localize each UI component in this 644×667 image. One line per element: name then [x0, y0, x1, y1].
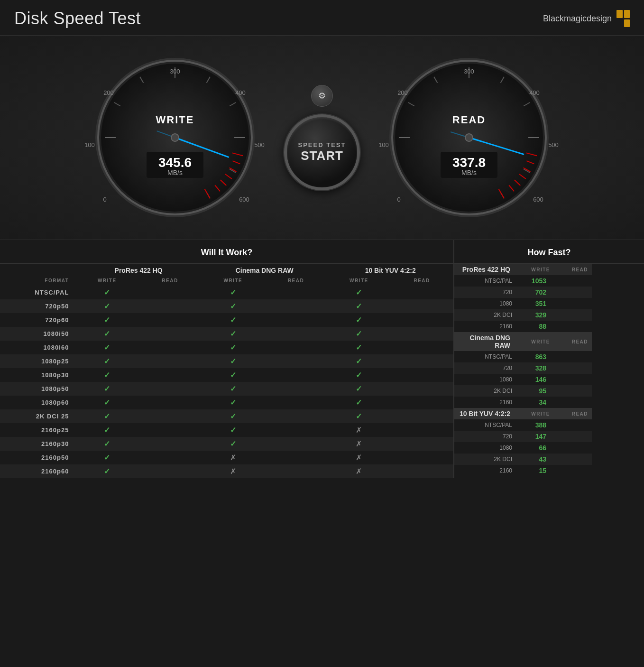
read-label-100: 100 [378, 141, 389, 148]
list-item: 216034 [454, 397, 644, 408]
list-item: NTSC/PAL388 [454, 419, 644, 431]
check-icon: ✓ [104, 398, 110, 407]
gauge-label-600: 600 [239, 196, 249, 203]
settings-button[interactable]: ⚙ [311, 85, 333, 107]
check-icon: ✓ [104, 467, 110, 475]
brand-logo: Blackmagicdesign [543, 10, 630, 27]
wiw-subheader-row: FORMAT WRITE READ WRITE READ WRITE READ [0, 276, 453, 286]
wiw-rows: NTSC/PAL✓✓✓720p50✓✓✓720p60✓✓✓1080i50✓✓✓1… [0, 286, 453, 478]
table-row: 1080i50✓✓✓ [0, 327, 453, 341]
yuv-read-header: READ [390, 276, 453, 286]
table-row: 1080p50✓✓✓ [0, 382, 453, 396]
table-row: 1080p60✓✓✓ [0, 396, 453, 409]
check-icon: ✓ [230, 316, 236, 324]
check-icon: ✓ [104, 426, 110, 434]
check-icon: ✓ [230, 343, 236, 352]
list-item: NTSC/PAL1053 [454, 275, 644, 287]
gauge-section: 0 100 200 300 400 500 600 WRITE 345.6 MB… [0, 36, 644, 240]
yuv-write-header: WRITE [327, 276, 390, 286]
read-unit-text: MB/s [461, 169, 477, 176]
list-item: NTSC/PAL863 [454, 351, 644, 362]
format-col-header: FORMAT [0, 276, 75, 286]
check-icon: ✓ [356, 371, 362, 379]
list-item: 216088 [454, 321, 644, 332]
check-icon: ✓ [356, 330, 362, 338]
needle-center [171, 134, 179, 141]
how-fast-header: How Fast? [454, 240, 644, 264]
cdng-write-header: WRITE [202, 276, 265, 286]
read-label-600: 600 [533, 196, 543, 203]
check-icon: ✓ [104, 330, 110, 338]
check-icon: ✓ [104, 302, 110, 310]
read-label-300: 300 [464, 68, 474, 75]
will-it-work-panel: Will It Work? ProRes 422 HQ Cinema DNG R… [0, 240, 454, 478]
start-button[interactable]: SPEED TEST START [284, 114, 360, 190]
hf-group-header-row: 10 Bit YUV 4:2:2WRITEREAD [454, 408, 644, 419]
check-icon: ✓ [230, 302, 236, 310]
list-item: 216015 [454, 465, 644, 476]
write-label: WRITE [156, 114, 194, 126]
table-row: 2160p30✓✓✗ [0, 437, 453, 451]
table-row: 2K DCI 25✓✓✓ [0, 409, 453, 423]
start-label-line2: START [301, 148, 343, 163]
app-title: Disk Speed Test [14, 9, 141, 28]
will-it-work-header: Will It Work? [0, 240, 453, 264]
check-icon: ✓ [104, 385, 110, 393]
check-icon: ✓ [230, 440, 236, 448]
list-item: 2K DCI329 [454, 309, 644, 321]
table-row: 1080i60✓✓✓ [0, 341, 453, 354]
logo-squares-icon [616, 10, 630, 27]
write-gauge-svg: 0 100 200 300 400 500 600 WRITE 345.6 MB… [75, 55, 275, 221]
table-row: 720p50✓✓✓ [0, 299, 453, 313]
gauge-label-400: 400 [235, 89, 246, 96]
read-gauge: 0 100 200 300 400 500 600 READ 337.8 MB/… [369, 55, 569, 221]
check-icon: ✓ [230, 426, 236, 434]
check-icon: ✓ [104, 454, 110, 462]
gauge-label-300: 300 [170, 68, 180, 75]
logo-sq-1 [616, 10, 623, 18]
check-icon: ✓ [104, 316, 110, 324]
list-item: 720328 [454, 362, 644, 374]
start-label-line1: SPEED TEST [298, 141, 346, 148]
table-row: 1080p25✓✓✓ [0, 354, 453, 368]
check-icon: ✓ [356, 343, 362, 352]
hf-group-name: 10 Bit YUV 4:2:2 [454, 408, 516, 419]
cdng-read-header: READ [265, 276, 328, 286]
read-value-text: 337.8 [452, 155, 486, 170]
read-label-500: 500 [548, 141, 559, 148]
data-section: Will It Work? ProRes 422 HQ Cinema DNG R… [0, 240, 644, 478]
gear-icon: ⚙ [318, 91, 326, 101]
check-icon: ✓ [230, 330, 236, 338]
center-controls: ⚙ SPEED TEST START [275, 85, 369, 190]
table-row: 720p60✓✓✓ [0, 313, 453, 327]
logo-text: Blackmagicdesign [543, 14, 612, 24]
write-value-text: 345.6 [158, 155, 192, 170]
list-item: 720147 [454, 431, 644, 442]
list-item: 2K DCI95 [454, 385, 644, 397]
table-row: 1080p30✓✓✓ [0, 368, 453, 382]
how-fast-panel: How Fast? ProRes 422 HQWRITEREADNTSC/PAL… [454, 240, 644, 478]
check-icon: ✓ [356, 385, 362, 393]
group-header-yuv: 10 Bit YUV 4:2:2 [327, 264, 453, 276]
check-icon: ✓ [230, 357, 236, 365]
hf-group-name: ProRes 422 HQ [454, 264, 516, 275]
gauge-label-100: 100 [84, 141, 95, 148]
table-row: 2160p25✓✓✗ [0, 423, 453, 437]
check-icon: ✓ [230, 412, 236, 420]
read-label-200: 200 [397, 89, 408, 96]
read-gauge-svg: 0 100 200 300 400 500 600 READ 337.8 MB/… [369, 55, 569, 221]
wiw-group-header-row: ProRes 422 HQ Cinema DNG RAW 10 Bit YUV … [0, 264, 453, 276]
hf-group-header-row: Cinema DNG RAWWRITEREAD [454, 332, 644, 351]
cross-icon: ✗ [230, 467, 236, 475]
write-unit-text: MB/s [167, 169, 183, 176]
list-item: 1080351 [454, 298, 644, 309]
logo-sq-2 [624, 10, 630, 18]
list-item: 1080146 [454, 374, 644, 385]
app-header: Disk Speed Test Blackmagicdesign [0, 0, 644, 36]
read-label: READ [452, 114, 486, 126]
logo-sq-3 [616, 19, 623, 28]
hf-group-name: Cinema DNG RAW [454, 332, 516, 351]
cross-icon: ✗ [356, 467, 362, 475]
cross-icon: ✗ [356, 440, 362, 448]
logo-sq-4 [624, 19, 630, 28]
